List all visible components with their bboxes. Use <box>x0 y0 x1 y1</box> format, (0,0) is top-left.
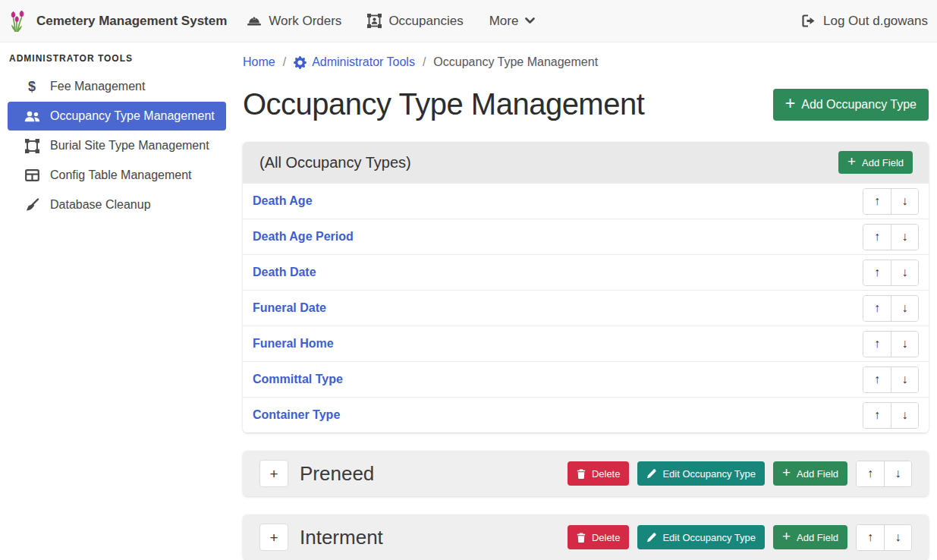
nav-item-label: More <box>489 14 519 29</box>
arrow-down-icon: ↓ <box>902 337 908 350</box>
add-occupancy-type-button[interactable]: + Add Occupancy Type <box>773 89 929 121</box>
edit-occupancy-type-button[interactable]: Edit Occupancy Type <box>637 461 765 486</box>
move-down-button[interactable]: ↓ <box>891 189 918 214</box>
edit-occupancy-type-button[interactable]: Edit Occupancy Type <box>637 525 765 549</box>
edit-label: Edit Occupancy Type <box>662 468 756 480</box>
reorder-buttons: ↑ ↓ <box>863 260 919 286</box>
sidebar-item-label: Database Cleanup <box>50 198 151 212</box>
field-link[interactable]: Death Age Period <box>253 230 354 244</box>
nav-item-label: Occupancies <box>388 14 463 29</box>
expand-button[interactable]: + <box>259 524 288 551</box>
section-title: Preneed <box>300 462 374 486</box>
hard-hat-icon <box>247 15 262 27</box>
add-field-button[interactable]: + Add Field <box>838 151 913 174</box>
move-down-button[interactable]: ↓ <box>884 525 911 550</box>
move-up-button[interactable]: ↑ <box>863 260 891 285</box>
section-actions: Delete Edit Occupancy Type + Add Field <box>568 524 912 551</box>
add-field-button[interactable]: + Add Field <box>773 461 847 486</box>
field-row: Death Age Period ↑ ↓ <box>243 219 929 254</box>
field-link[interactable]: Funeral Date <box>253 301 326 315</box>
section-actions: Delete Edit Occupancy Type + Add Field <box>568 461 912 487</box>
plus-icon: + <box>785 95 796 112</box>
arrow-down-icon: ↓ <box>902 266 908 278</box>
move-down-button[interactable]: ↓ <box>891 332 918 357</box>
field-link[interactable]: Funeral Home <box>253 337 334 351</box>
nav-item-work-orders[interactable]: Work Orders <box>247 8 341 35</box>
reorder-buttons: ↑ ↓ <box>863 331 919 357</box>
field-link[interactable]: Death Date <box>253 266 316 279</box>
page-header: Occupancy Type Management + Add Occupanc… <box>243 87 929 121</box>
top-navbar: Cemetery Management System Work Orders <box>0 0 937 42</box>
card-title: (All Occupancy Types) <box>259 154 411 171</box>
sidebar-item-burial-site-type-management[interactable]: Burial Site Type Management <box>8 131 226 160</box>
field-link[interactable]: Committal Type <box>253 373 343 386</box>
expand-button[interactable]: + <box>259 460 288 487</box>
move-down-button[interactable]: ↓ <box>891 403 918 428</box>
delete-button[interactable]: Delete <box>568 461 630 486</box>
table-icon <box>23 169 41 181</box>
move-up-button[interactable]: ↑ <box>863 189 891 214</box>
arrow-down-icon: ↓ <box>895 530 901 543</box>
delete-label: Delete <box>592 468 621 480</box>
gear-icon <box>294 56 307 69</box>
arrow-up-icon: ↑ <box>874 373 880 385</box>
add-field-label: Add Field <box>797 532 838 543</box>
breadcrumb-home-label: Home <box>243 55 275 69</box>
arrow-up-icon: ↑ <box>874 266 880 278</box>
logout-button[interactable]: Log Out d.gowans <box>802 8 928 35</box>
breadcrumb-home[interactable]: Home <box>243 55 275 69</box>
nav-item-more[interactable]: More <box>489 8 536 35</box>
move-down-button[interactable]: ↓ <box>891 367 918 392</box>
navbar-right: Log Out d.gowans <box>802 8 928 35</box>
move-up-button[interactable]: ↑ <box>863 403 891 428</box>
arrow-up-icon: ↑ <box>874 194 880 207</box>
move-down-button[interactable]: ↓ <box>891 260 918 285</box>
nav-item-label: Work Orders <box>269 14 341 29</box>
breadcrumb-separator: / <box>423 55 426 69</box>
nav-links: Work Orders Occupancies <box>247 8 561 35</box>
move-down-button[interactable]: ↓ <box>891 225 918 250</box>
move-up-button[interactable]: ↑ <box>857 461 884 486</box>
add-field-label: Add Field <box>862 157 904 168</box>
arrow-down-icon: ↓ <box>902 194 908 207</box>
reorder-buttons: ↑ ↓ <box>863 295 919 322</box>
sidebar-item-fee-management[interactable]: $ Fee Management <box>8 72 226 101</box>
field-row: Container Type ↑ ↓ <box>243 397 929 433</box>
page-title: Occupancy Type Management <box>243 87 644 121</box>
arrow-up-icon: ↑ <box>874 337 880 350</box>
delete-button[interactable]: Delete <box>568 525 630 549</box>
arrow-up-icon: ↑ <box>874 301 880 314</box>
sidebar-item-config-table-management[interactable]: Config Table Management <box>8 161 226 190</box>
move-down-button[interactable]: ↓ <box>884 461 911 486</box>
sidebar-item-occupancy-type-management[interactable]: Occupancy Type Management <box>8 102 226 131</box>
field-row: Committal Type ↑ ↓ <box>243 361 929 397</box>
field-link[interactable]: Death Age <box>253 194 313 208</box>
nav-item-occupancies[interactable]: Occupancies <box>367 8 463 35</box>
move-up-button[interactable]: ↑ <box>863 296 891 321</box>
all-occupancy-types-card: (All Occupancy Types) + Add Field Death … <box>243 142 929 433</box>
move-up-button[interactable]: ↑ <box>863 332 891 357</box>
trash-icon <box>577 533 586 543</box>
breadcrumb: Home / Administrator Tools / Occupancy T… <box>243 55 929 69</box>
breadcrumb-admin-tools[interactable]: Administrator Tools <box>294 55 415 69</box>
arrow-up-icon: ↑ <box>874 230 880 243</box>
move-up-button[interactable]: ↑ <box>863 225 891 250</box>
add-field-label: Add Field <box>797 468 838 480</box>
reorder-buttons: ↑ ↓ <box>863 188 919 215</box>
field-link[interactable]: Container Type <box>253 408 340 422</box>
trash-icon <box>577 469 586 479</box>
move-down-button[interactable]: ↓ <box>891 296 918 321</box>
add-occupancy-type-label: Add Occupancy Type <box>801 98 917 112</box>
section-title: Interment <box>300 526 383 549</box>
arrow-down-icon: ↓ <box>895 467 901 480</box>
move-up-button[interactable]: ↑ <box>857 525 884 550</box>
brand[interactable]: Cemetery Management System <box>9 10 227 33</box>
logout-label: Log Out d.gowans <box>823 14 928 29</box>
move-up-button[interactable]: ↑ <box>863 367 891 392</box>
plus-icon: + <box>847 155 856 169</box>
chevron-down-icon <box>525 17 535 24</box>
sidebar-item-database-cleanup[interactable]: Database Cleanup <box>8 190 226 219</box>
field-row: Death Age ↑ ↓ <box>243 183 929 219</box>
add-field-button[interactable]: + Add Field <box>773 525 847 549</box>
sidebar-item-label: Occupancy Type Management <box>50 109 215 123</box>
